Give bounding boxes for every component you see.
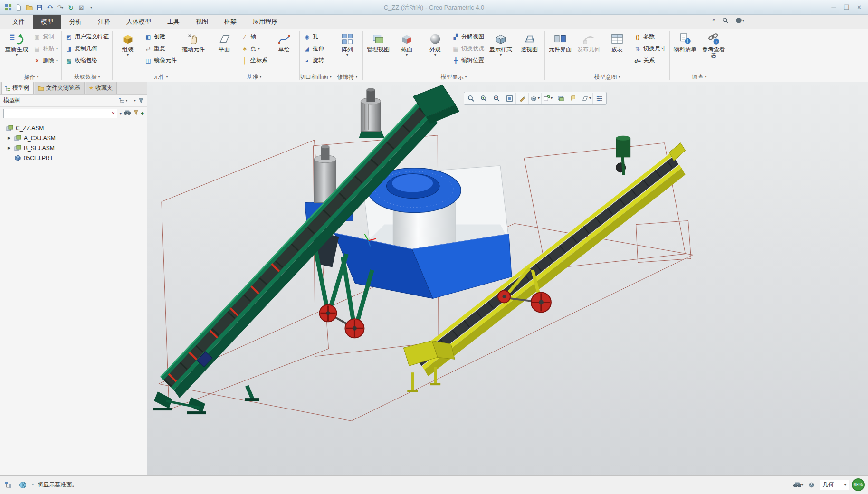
save-icon[interactable]: [35, 3, 44, 12]
copy-button[interactable]: ▣ 复制: [31, 31, 60, 43]
group-label-datum[interactable]: 基准▾: [209, 72, 299, 82]
copy-geometry-button[interactable]: ◨ 复制几何: [63, 43, 111, 55]
group-label-investigate[interactable]: 调查▾: [670, 72, 729, 82]
chevron-down-icon[interactable]: ▾: [51, 5, 53, 10]
hole-button[interactable]: ◉ 孔: [301, 31, 326, 43]
datum-plane-button[interactable]: 平面: [210, 31, 238, 71]
app-menu-icon[interactable]: [3, 3, 13, 12]
tab-folder-browser[interactable]: 文件夹浏览器: [35, 82, 85, 94]
yellow-conveyor-wheel[interactable]: [531, 292, 551, 312]
tab-file[interactable]: 文件: [4, 15, 33, 29]
tree-item[interactable]: ▶ A_CXJ.ASM: [0, 133, 147, 143]
revolve-button[interactable]: ◕ 旋转: [301, 55, 326, 66]
maximize-button[interactable]: ❐: [843, 4, 849, 11]
group-label-cut-surface[interactable]: 切口和曲面▾: [300, 72, 332, 82]
edit-position-button[interactable]: ╋ 编辑位置: [450, 55, 486, 66]
toggle-status-button[interactable]: ▦ 切换状况: [450, 43, 486, 55]
tree-settings-button[interactable]: ▾: [119, 97, 128, 104]
repaint-button[interactable]: [516, 93, 529, 104]
show-options-button[interactable]: ≡ ▾: [130, 98, 136, 104]
tab-model[interactable]: 模型: [33, 15, 61, 29]
expand-arrow-icon[interactable]: ▶: [6, 136, 12, 140]
refit-button[interactable]: [503, 93, 516, 104]
parameters-button[interactable]: () 参数: [632, 31, 668, 43]
tree-filter-button[interactable]: [133, 110, 139, 117]
new-file-icon[interactable]: [14, 3, 23, 12]
tab-model-tree[interactable]: 模型树: [1, 82, 34, 94]
tab-favorites[interactable]: ★ 收藏夹: [86, 82, 117, 94]
saved-orientations-button[interactable]: ▾: [542, 93, 554, 104]
model-canvas[interactable]: [147, 82, 868, 476]
zoom-out-button[interactable]: [490, 93, 503, 104]
graphics-area[interactable]: ▾ ▾ ▾: [147, 82, 868, 475]
minimize-ribbon-icon[interactable]: ˄: [712, 17, 715, 24]
regenerate-quick-icon[interactable]: ↻: [66, 3, 76, 12]
options-button[interactable]: [593, 93, 606, 104]
datum-display-button[interactable]: ▾: [580, 93, 593, 104]
select-box-button[interactable]: [806, 480, 817, 490]
tab-tools[interactable]: 工具: [159, 15, 188, 29]
filter-options-button[interactable]: [138, 98, 144, 104]
tab-view[interactable]: 视图: [188, 15, 216, 29]
switch-dimensions-button[interactable]: ⇅ 切换尺寸: [632, 43, 668, 55]
display-style-button[interactable]: ▾: [529, 93, 542, 104]
regeneration-status-badge[interactable]: 65%: [852, 478, 865, 491]
group-label-get-data[interactable]: 获取数据▾: [62, 72, 112, 82]
model-tree-toggle-button[interactable]: [3, 480, 14, 490]
create-component-button[interactable]: ◧ 创建: [143, 31, 179, 43]
zoom-window-button[interactable]: [465, 93, 477, 104]
udf-button[interactable]: ◩ 用户定义特征: [63, 31, 111, 43]
paste-button[interactable]: ▤ 粘贴 ▾: [31, 43, 60, 55]
shrinkwrap-button[interactable]: ▩ 收缩包络: [63, 55, 111, 66]
family-table-button[interactable]: 族表: [603, 31, 631, 71]
find-binoculars-button[interactable]: ▾: [793, 480, 803, 490]
tree-item[interactable]: ▶ B_SLJ.ASM: [0, 143, 147, 153]
component-interface-button[interactable]: 元件界面: [546, 31, 574, 71]
close-window-icon[interactable]: ⊠: [76, 3, 86, 12]
zoom-in-button[interactable]: [477, 93, 490, 104]
section-button[interactable]: 截面 ▾: [393, 31, 420, 71]
green-conveyor-wheel[interactable]: [345, 319, 364, 338]
search-history-dropdown[interactable]: ▾: [119, 112, 122, 115]
add-filter-button[interactable]: +: [141, 110, 144, 117]
selection-filter-dropdown[interactable]: 几何 ▾: [820, 480, 849, 490]
group-label-model-display[interactable]: 模型显示▾: [363, 72, 544, 82]
drag-components-button[interactable]: 拖动元件: [180, 31, 207, 71]
appearance-button[interactable]: 外观 ▾: [421, 31, 449, 71]
close-button[interactable]: ✕: [857, 4, 862, 11]
group-label-component[interactable]: 元件▾: [113, 72, 209, 82]
manage-views-button[interactable]: 管理视图: [364, 31, 392, 71]
repeat-button[interactable]: ⇄ 重复: [143, 43, 179, 55]
tab-applications[interactable]: 应用程序: [245, 15, 286, 29]
group-label-modifiers[interactable]: 修饰符▾: [332, 72, 362, 82]
tab-framework[interactable]: 框架: [216, 15, 245, 29]
assemble-button[interactable]: 组装 ▾: [114, 31, 142, 71]
regenerate-button[interactable]: 重新生成 ▾: [3, 31, 30, 71]
extrude-button[interactable]: ◪ 拉伸: [301, 43, 326, 55]
command-search-icon[interactable]: [722, 17, 729, 24]
tab-annotate[interactable]: 注释: [90, 15, 118, 29]
relations-button[interactable]: d= 关系: [632, 55, 668, 66]
tree-item-root[interactable]: C_ZZ.ASM: [0, 123, 147, 133]
group-label-operations[interactable]: 操作▾: [1, 72, 61, 82]
reference-viewer-button[interactable]: i 参考查看器: [700, 31, 727, 71]
connection-menu-icon[interactable]: ▾: [735, 17, 744, 24]
redo-icon[interactable]: ↷▾: [56, 3, 65, 12]
search-text-field[interactable]: [6, 110, 109, 117]
clear-search-icon[interactable]: ✕: [111, 111, 115, 116]
sketch-button[interactable]: 草绘: [270, 31, 298, 71]
pattern-button[interactable]: 阵列 ▾: [334, 31, 361, 71]
find-button[interactable]: [124, 110, 131, 117]
delete-button[interactable]: × 删除 ▾: [31, 55, 60, 66]
minimize-button[interactable]: ─: [831, 4, 836, 11]
tab-analysis[interactable]: 分析: [61, 15, 90, 29]
publish-geometry-button[interactable]: 发布几何: [575, 31, 602, 71]
datum-axis-button[interactable]: ∕ 轴: [239, 31, 269, 43]
yellow-conveyor-wheel-small[interactable]: [498, 290, 510, 303]
search-input[interactable]: ✕: [3, 109, 117, 118]
open-file-icon[interactable]: [24, 3, 34, 12]
display-style-button[interactable]: 显示样式 ▾: [487, 31, 515, 71]
chevron-down-icon[interactable]: ▾: [61, 5, 63, 10]
group-label-model-intent[interactable]: 模型意图▾: [545, 72, 669, 82]
undo-icon[interactable]: ↶▾: [45, 3, 55, 12]
